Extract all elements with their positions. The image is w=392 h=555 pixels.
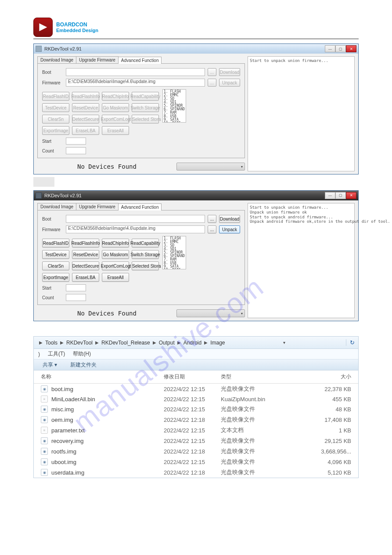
tselectedstorage-button[interactable]: t Selected Stora [132, 115, 159, 123]
count-input[interactable] [66, 147, 86, 154]
count-input[interactable] [66, 294, 86, 301]
breadcrumb-seg[interactable]: Output [159, 340, 175, 346]
file-date: 2022/4/22 12:18 [164, 469, 221, 476]
unpack-button[interactable]: Unpack [219, 225, 240, 233]
download-button[interactable]: Download [219, 68, 240, 76]
file-size: 5,120 KB [278, 469, 351, 476]
resetdevice-button[interactable]: ResetDevice [72, 250, 99, 259]
tab-upgrade[interactable]: Upgrade Firmware [76, 56, 119, 63]
file-type: 光盘映像文件 [221, 447, 278, 455]
address-bar[interactable]: ▶ Tools ▶ RKDevTool ▶ RKDevTool_Release … [34, 337, 358, 349]
log-output: Start to unpack union firmware... Unpack… [248, 203, 355, 318]
col-name[interactable]: 名称 [41, 373, 164, 381]
menu-help[interactable]: 帮助(H) [73, 350, 91, 358]
readcapability-button[interactable]: ReadCapability [132, 92, 159, 101]
readflashid-button[interactable]: ReadFlashID [42, 239, 69, 247]
breadcrumb-seg[interactable]: Image [210, 340, 225, 346]
gomaskrom-button[interactable]: Go Maskrom [102, 250, 129, 259]
testdevice-button[interactable]: TestDevice [42, 103, 69, 112]
file-row[interactable]: ◉misc.img2022/4/22 12:15光盘映像文件48 KB [34, 404, 358, 414]
file-type: 光盘映像文件 [221, 458, 278, 466]
file-row[interactable]: ◉recovery.img2022/4/22 12:15光盘映像文件29,125… [34, 435, 358, 446]
exportcomlog-button[interactable]: ExportComLog [102, 261, 129, 270]
minimize-button[interactable]: — [325, 45, 335, 52]
tab-upgrade[interactable]: Upgrade Firmware [76, 203, 119, 210]
readflashid-button[interactable]: ReadFlashID [42, 92, 69, 101]
status-dropdown[interactable]: ▾ [176, 163, 245, 170]
download-button[interactable]: Download [219, 215, 240, 223]
file-row[interactable]: ≡MiniLoaderAll.bin2022/4/22 12:15KuaiZip… [34, 394, 358, 404]
exportimage-button[interactable]: ExportImage [42, 273, 69, 282]
refresh-icon[interactable]: ↻ [346, 339, 356, 346]
storage-list[interactable]: 1. FLASH 2. EMMC 3. SD 4. SD1 5. SPINOR … [162, 89, 186, 123]
breadcrumb-seg[interactable]: Tools [45, 340, 58, 346]
tselectedstorage-button[interactable]: t Selected Stora [132, 261, 159, 270]
breadcrumb-seg[interactable]: RKDevTool [66, 340, 93, 346]
status-dropdown[interactable]: ▾ [176, 309, 245, 317]
breadcrumb-seg[interactable]: RKDevTool_Release [101, 340, 150, 346]
clearsn-button[interactable]: ClearSn [42, 115, 69, 123]
firmware-input[interactable]: E:\CD\EM3568\debian\Image\4.6\update.img [66, 225, 205, 233]
unpack-button[interactable]: Unpack [219, 79, 240, 87]
menu-tools[interactable]: 工具(T) [48, 350, 65, 358]
exportcomlog-button[interactable]: ExportComLog [102, 115, 129, 123]
firmware-browse-button[interactable]: ... [208, 79, 216, 87]
eraseall-button[interactable]: EraseAll [102, 273, 129, 282]
storage-list[interactable]: 1. FLASH 2. EMMC 3. SD 4. SD1 5. SPINOR … [162, 236, 186, 269]
minimize-button[interactable]: — [325, 192, 335, 199]
readchipinfo-button[interactable]: ReadChipInfo [102, 239, 129, 247]
close-button[interactable]: ✕ [346, 192, 356, 199]
col-date[interactable]: 修改日期 [164, 373, 221, 381]
readflashinfo-button[interactable]: ReadFlashInfo [72, 92, 99, 101]
eraselba-button[interactable]: EraseLBA [72, 273, 99, 282]
boot-browse-button[interactable]: ... [208, 68, 216, 76]
col-size[interactable]: 大小 [278, 373, 351, 381]
file-row[interactable]: ◉oem.img2022/4/22 12:18光盘映像文件17,408 KB [34, 414, 358, 425]
eraseall-button[interactable]: EraseAll [102, 126, 129, 135]
maximize-button[interactable]: ▢ [335, 192, 346, 199]
testdevice-button[interactable]: TestDevice [42, 250, 69, 259]
detectsecure-button[interactable]: DetectSecure [72, 261, 99, 270]
firmware-browse-button[interactable]: ... [208, 225, 216, 233]
col-type[interactable]: 类型 [221, 373, 278, 381]
window-title: RKDevTool v2.91 [44, 46, 82, 51]
boot-input[interactable] [66, 68, 205, 76]
eraselba-button[interactable]: EraseLBA [72, 126, 99, 135]
breadcrumb-seg[interactable]: Android [183, 340, 201, 346]
readchipinfo-button[interactable]: ReadChipInfo [102, 92, 129, 101]
switchstorage-button[interactable]: Switch Storage [132, 250, 159, 259]
firmware-input[interactable]: E:\CD\EM3568\debian\Image\4.6\update.img [66, 79, 205, 87]
resetdevice-button[interactable]: ResetDevice [72, 103, 99, 112]
file-row[interactable]: ◉rootfs.img2022/4/22 12:18光盘映像文件3,668,95… [34, 446, 358, 457]
start-label: Start [42, 286, 63, 290]
start-input[interactable] [66, 138, 86, 145]
file-size: 29,125 KB [278, 438, 351, 444]
gomaskrom-button[interactable]: Go Maskrom [102, 103, 129, 112]
boot-input[interactable] [66, 215, 205, 223]
file-row[interactable]: ≡parameter.txt2022/4/22 12:15文本文档1 KB [34, 425, 358, 435]
tab-download[interactable]: Download Image [37, 56, 76, 63]
detectsecure-button[interactable]: DetectSecure [72, 115, 99, 123]
share-button[interactable]: 共享 ▾ [43, 361, 57, 369]
dropdown-icon[interactable]: ▾ [283, 340, 285, 345]
exportimage-button[interactable]: ExportImage [42, 126, 69, 135]
clearsn-button[interactable]: ClearSn [42, 261, 69, 270]
switchstorage-button[interactable]: Switch Storage [132, 103, 159, 112]
readflashinfo-button[interactable]: ReadFlashInfo [72, 239, 99, 247]
tab-advanced[interactable]: Advanced Function [118, 203, 162, 210]
file-date: 2022/4/22 12:15 [164, 459, 221, 465]
readcapability-button[interactable]: ReadCapability [132, 239, 159, 247]
tab-advanced[interactable]: Advanced Function [118, 57, 162, 64]
file-type: KuaiZipMount.bin [221, 396, 278, 403]
tab-download[interactable]: Download Image [37, 203, 76, 210]
chevron-right-icon: ▶ [204, 340, 208, 345]
file-row[interactable]: ◉uboot.img2022/4/22 12:15光盘映像文件4,096 KB [34, 457, 358, 467]
newfolder-button[interactable]: 新建文件夹 [70, 361, 97, 369]
file-row[interactable]: ◉userdata.img2022/4/22 12:18光盘映像文件5,120 … [34, 467, 358, 478]
file-date: 2022/4/22 12:15 [164, 396, 221, 403]
file-row[interactable]: ◉boot.img2022/4/22 12:15光盘映像文件22,378 KB [34, 384, 358, 394]
boot-browse-button[interactable]: ... [208, 215, 216, 223]
close-button[interactable]: ✕ [346, 45, 356, 52]
maximize-button[interactable]: ▢ [335, 45, 346, 52]
start-input[interactable] [66, 284, 86, 291]
